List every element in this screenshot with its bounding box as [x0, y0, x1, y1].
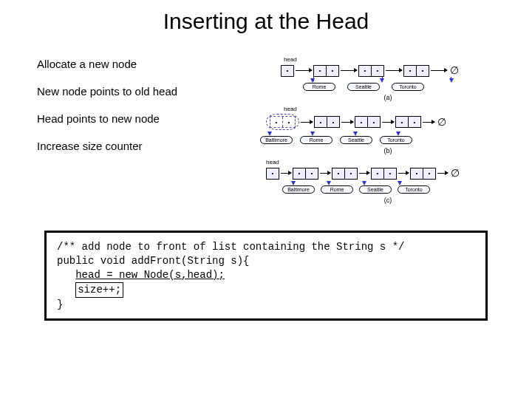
diagram-a: head • • • • • • •	[281, 56, 495, 101]
steps-column: Allocate a new node New node points to o…	[37, 56, 266, 208]
new-node-oval: • •	[266, 114, 299, 130]
pointer-dot-icon: •	[396, 117, 409, 127]
city-label-rome: Rome	[303, 83, 335, 91]
arrow-right-icon	[423, 122, 434, 123]
slide-title: Inserting at the Head	[0, 9, 532, 34]
node-box: • •	[371, 168, 397, 180]
step-1-text: Allocate a new node	[37, 56, 266, 72]
pointer-dot-icon: •	[267, 168, 279, 179]
code-block: /** add node to front of list containing…	[44, 231, 488, 321]
arrow-right-icon	[296, 70, 312, 71]
arrow-right-icon	[382, 122, 394, 123]
arrow-right-icon	[301, 122, 313, 123]
pointer-dot-icon: •	[404, 66, 417, 76]
caption-b: (b)	[281, 147, 495, 154]
pointer-dot-icon: •	[411, 168, 423, 179]
city-label-toronto: Toronto	[392, 83, 424, 91]
code-line-1: /** add node to front of list containing…	[57, 240, 475, 254]
pointer-dot-icon: •	[372, 168, 384, 179]
pointer-dot-icon: •	[423, 168, 435, 179]
null-symbol-icon: ∅	[449, 64, 459, 77]
head-pointer-box: •	[281, 65, 294, 77]
step-2-text: New node points to old head	[37, 83, 266, 99]
code-line-5: }	[57, 298, 475, 312]
pointer-dot-icon: •	[368, 117, 380, 127]
pointer-dot-icon: •	[283, 117, 295, 127]
arrow-right-icon	[341, 70, 357, 71]
node-box: • •	[358, 65, 384, 77]
pointer-dot-icon: •	[282, 66, 293, 76]
arrow-right-icon	[386, 70, 402, 71]
city-label-rome: Rome	[321, 185, 353, 194]
head-pointer-box: •	[266, 168, 279, 180]
pointer-dot-icon: •	[327, 117, 339, 127]
down-arrow-icon	[449, 78, 454, 83]
code-line-3: head = new Node(s,head);	[57, 268, 475, 282]
null-symbol-icon: ∅	[436, 116, 446, 129]
node-box: • •	[395, 116, 421, 128]
pointer-dot-icon: •	[359, 66, 372, 76]
head-label-a: head	[284, 56, 495, 63]
node-box: • •	[293, 168, 318, 180]
city-label-seattle: Seattle	[359, 185, 392, 194]
head-label-b: head	[284, 106, 495, 112]
arrow-right-icon	[341, 122, 353, 123]
new-node-box: • •	[270, 116, 296, 128]
pointer-dot-icon: •	[409, 117, 420, 127]
node-box: • •	[403, 65, 429, 77]
city-label-toronto: Toronto	[398, 185, 430, 194]
step-3-text: Head points to new node	[37, 111, 266, 126]
node-box: • •	[410, 168, 436, 180]
pointer-dot-icon: •	[355, 117, 368, 127]
pointer-dot-icon: •	[384, 168, 396, 179]
code-line-2: public void addFront(String s){	[57, 254, 475, 268]
caption-a: (a)	[281, 94, 495, 101]
arrow-right-icon	[398, 173, 409, 174]
pointer-dot-icon: •	[315, 117, 327, 127]
city-label-toronto: Toronto	[380, 136, 412, 144]
node-box: • •	[313, 65, 339, 77]
node-box: • •	[314, 116, 340, 128]
step-4-text: Increase size counter	[37, 138, 266, 154]
arrow-right-icon	[320, 173, 330, 174]
code-line-4: size++;	[57, 282, 475, 298]
diagram-b: head • • • • • •	[281, 106, 495, 154]
pointer-dot-icon: •	[417, 66, 429, 76]
null-symbol-icon: ∅	[449, 167, 460, 180]
city-label-seattle: Seattle	[340, 136, 372, 144]
pointer-dot-icon: •	[345, 168, 357, 179]
pointer-dot-icon: •	[372, 66, 383, 76]
node-box: • •	[355, 116, 381, 128]
caption-c: (c)	[281, 197, 495, 204]
down-arrow-icon	[380, 78, 384, 83]
diagrams-column: head • • • • • • •	[281, 56, 495, 208]
pointer-dot-icon: •	[314, 66, 327, 76]
content-area: Allocate a new node New node points to o…	[0, 56, 532, 208]
arrow-right-icon	[281, 173, 291, 174]
head-label-c: head	[266, 159, 495, 166]
pointer-dot-icon: •	[293, 168, 306, 179]
city-label-rome: Rome	[300, 136, 332, 144]
pointer-dot-icon: •	[327, 66, 338, 76]
city-label-baltimore: Baltimore	[260, 136, 293, 144]
pointer-dot-icon: •	[306, 168, 318, 179]
city-label-baltimore: Baltimore	[282, 185, 315, 194]
node-box: • •	[332, 168, 358, 180]
pointer-dot-icon: •	[332, 168, 345, 179]
arrow-right-icon	[431, 70, 447, 71]
city-label-seattle: Seattle	[347, 83, 380, 91]
arrow-right-icon	[437, 173, 448, 174]
pointer-dot-icon: •	[270, 117, 283, 127]
arrow-right-icon	[359, 173, 369, 174]
diagram-c: head • • • • • • •	[281, 159, 495, 204]
